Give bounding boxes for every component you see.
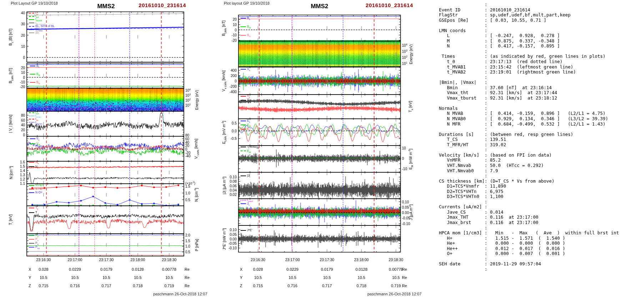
table-cell: 10.5 xyxy=(254,275,262,280)
legend-swatch xyxy=(241,26,246,27)
legend-item: N He+ xyxy=(29,184,44,187)
y-axis-label: |J| [µA m-2] xyxy=(222,177,227,194)
legend-label: Pb xyxy=(35,241,39,245)
x-tick-label: 23:16:30 xyxy=(251,258,265,262)
legend-swatch xyxy=(241,176,246,176)
legend-label: tMVAB xyxy=(35,17,42,21)
legend-swatch xyxy=(29,239,34,240)
table-cell: 10.5 xyxy=(358,275,365,280)
legend-swatch xyxy=(29,189,34,189)
x-tick-label: 23:16:30 xyxy=(36,258,51,262)
legend-label: N He++ xyxy=(35,187,46,190)
table-cell: 10.5 xyxy=(165,275,173,280)
table-cell: 0.715 xyxy=(253,284,263,288)
table-cell: 0.716 xyxy=(288,284,298,288)
legend-label: EN xyxy=(247,127,251,131)
table-cell: 0.717 xyxy=(101,284,111,288)
table-cell: 10.5 xyxy=(289,275,296,280)
y-axis-scale-note: (×10-2) xyxy=(185,181,195,185)
legend-label: VL xyxy=(247,67,250,71)
legend-swatch xyxy=(29,192,34,193)
legend-label: EL xyxy=(247,119,250,122)
legend-label: JL xyxy=(247,202,250,205)
y-tick-label: 103 xyxy=(185,93,191,97)
y-tick-label: 0 xyxy=(402,157,404,161)
legend-item: BM xyxy=(30,72,40,77)
legend-label: N O+ xyxy=(35,190,42,194)
table-unit: Re xyxy=(185,284,190,288)
legend-swatch xyxy=(30,82,35,83)
y-tick-label: 1.0 xyxy=(185,244,190,248)
x-tick-label: 23:18:00 xyxy=(130,258,145,262)
legend-swatch xyxy=(241,18,246,19)
legend-swatch xyxy=(241,129,246,129)
legend-label: Ne xyxy=(35,160,39,164)
table-cell: 0.0128 xyxy=(132,267,144,271)
table-cell: 10.5 xyxy=(102,275,110,280)
legend-swatch xyxy=(29,243,34,244)
middle-plot-layout-label: Plot layout GP 19/10/2018 xyxy=(224,1,270,5)
legend-label: tcs xyxy=(35,117,38,121)
legend-swatch xyxy=(29,32,34,33)
table-cell: 0.00778 xyxy=(389,267,403,271)
legend-item: BN xyxy=(241,34,251,38)
table-row-label: Z xyxy=(29,284,31,288)
y-tick-label: 10 xyxy=(402,146,406,150)
legend-label: -(VexB)M xyxy=(247,145,259,148)
y-tick-label: 0.05 xyxy=(402,205,409,209)
table-cell: 0.715 xyxy=(39,284,49,288)
legend-item: |J| xyxy=(241,174,250,177)
y-tick-label: 101 xyxy=(402,61,407,66)
legend-swatch xyxy=(241,203,246,204)
y-tick-label: 103 xyxy=(402,49,407,54)
table-cell: 0.0179 xyxy=(100,267,112,271)
legend-swatch xyxy=(29,247,34,248)
legend-label: Pe xyxy=(35,237,39,241)
legend-label: T⊥ xyxy=(35,210,39,214)
y-axis-label: Ve LMN [km/s] xyxy=(221,70,227,91)
y-tick-label: 0.5 xyxy=(185,250,190,254)
legend-swatch xyxy=(29,208,34,208)
y-axis-label: N [cm-3] xyxy=(9,166,14,179)
y-tick-label: 0.5 xyxy=(185,198,190,202)
legend-swatch xyxy=(29,26,34,27)
legend-item: N O+ xyxy=(29,191,42,194)
legend-item: T⊥ xyxy=(29,211,39,215)
legend-label: T∥ xyxy=(35,206,38,209)
table-cell: 0.719 xyxy=(164,284,174,288)
legend-label: VL xyxy=(36,137,40,140)
y-tick-label: 1.0 xyxy=(185,191,190,195)
y-tick-label: 102 xyxy=(402,55,407,60)
legend-label: BN xyxy=(36,80,40,84)
legend-label: EM xyxy=(247,149,251,153)
legend-swatch xyxy=(241,124,246,125)
table-cell: 0.718 xyxy=(133,284,143,288)
legend-swatch xyxy=(241,230,246,231)
legend-swatch xyxy=(29,235,34,236)
legend-item: Ne xyxy=(29,161,39,165)
y-tick-label: -40 xyxy=(185,154,190,158)
y-tick-label: 0 xyxy=(9,55,25,59)
legend-item: N He++ xyxy=(29,187,46,190)
legend-label: T∥ xyxy=(247,94,250,98)
legend-label: BL xyxy=(36,64,40,67)
event-info-panel: : Event ID : 20161010_231614 FlagStr : s… xyxy=(436,2,619,272)
table-cell: 0.0229 xyxy=(69,267,81,271)
legend-item: BL xyxy=(30,64,40,69)
legend-swatch xyxy=(30,74,35,75)
table-row-label: X xyxy=(29,267,31,271)
table-cell: 0.716 xyxy=(70,284,80,288)
table-cell: 0.717 xyxy=(322,284,332,288)
legend-label: Ni xyxy=(35,165,38,168)
left-spacecraft-title: MMS2 xyxy=(97,3,115,10)
table-cell: 0.718 xyxy=(357,284,367,288)
legend-label: J*E' xyxy=(247,228,252,232)
legend-swatch xyxy=(241,147,246,147)
y-tick-label: 2.0 xyxy=(185,233,190,237)
y-axis-label-right: Ni [cm-3] xyxy=(194,188,200,202)
legend-label: EM xyxy=(247,123,251,127)
legend-item: EN xyxy=(241,127,251,132)
legend-swatch xyxy=(29,166,34,167)
table-row-label: Y xyxy=(240,275,242,280)
legend-label: T⊥ xyxy=(247,98,251,102)
